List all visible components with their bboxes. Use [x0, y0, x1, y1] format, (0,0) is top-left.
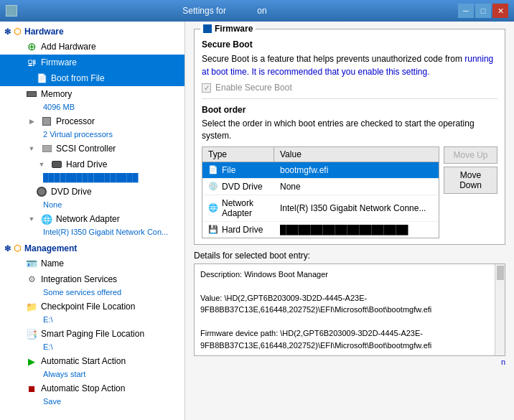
integration-icon: ⚙	[26, 274, 37, 285]
close-button[interactable]: ✕	[492, 4, 508, 18]
expand-hdd-icon: ▼	[36, 159, 47, 170]
memory-icon	[26, 88, 37, 100]
scsi-icon	[41, 143, 52, 154]
move-up-button[interactable]: Move Up	[444, 146, 497, 164]
secure-boot-description: Secure Boot is a feature that helps prev…	[202, 52, 497, 78]
title-bar-text: Settings for on	[20, 6, 458, 16]
sidebar-item-hard-drive[interactable]: ▼ Hard Drive	[0, 157, 184, 172]
paging-label: Smart Paging File Location	[41, 329, 144, 339]
title-bar-controls: ─ □ ✕	[458, 4, 508, 18]
secure-boot-section: Secure Boot Secure Boot is a feature tha…	[202, 39, 497, 93]
name-icon: 🪪	[26, 258, 37, 269]
network-row-value: Intel(R) I350 Gigabit Network Conne...	[274, 200, 439, 216]
sidebar-item-boot-from-file[interactable]: 📄 Boot from File	[0, 70, 184, 86]
scsi-label: SCSI Controller	[56, 144, 116, 154]
boot-order-description: Select the order in which boot entries a…	[202, 118, 497, 142]
file-icon: 📄	[36, 73, 47, 84]
hdd-row-value: █████████████████████	[274, 222, 439, 238]
firmware-group-box: Firmware Secure Boot Secure Boot is a fe…	[194, 29, 505, 245]
memory-size-text: 4096 MB	[0, 102, 184, 113]
name-label: Name	[41, 258, 64, 269]
expand-network-icon: ▼	[26, 213, 37, 225]
add-hardware-label: Add Hardware	[41, 42, 96, 52]
boot-row-dvd[interactable]: 💿 DVD Drive None	[202, 179, 439, 195]
expand-scsi-icon: ▼	[26, 143, 37, 154]
autostart-label: Automatic Start Action	[41, 356, 126, 366]
sidebar-item-autostart[interactable]: ▶ Automatic Start Action	[0, 353, 184, 369]
minimize-button[interactable]: ─	[458, 4, 474, 18]
sidebar-item-add-hardware[interactable]: ⊕ Add Hardware	[0, 39, 184, 55]
move-down-button[interactable]: Move Down	[444, 167, 497, 194]
sidebar-item-memory[interactable]: Memory	[0, 86, 184, 102]
details-content: Description: Windows Boot Manager Value:…	[200, 269, 499, 352]
firmware-small-icon	[203, 24, 212, 33]
title-bar-icon	[6, 5, 17, 17]
dvd-none-text: None	[0, 200, 184, 211]
autostop-label: Automatic Stop Action	[41, 383, 125, 393]
secure-boot-checkbox[interactable]: ✓	[202, 83, 211, 93]
dvd-icon	[36, 186, 47, 197]
integration-label: Integration Services	[41, 274, 117, 284]
sidebar-item-scsi[interactable]: ▼ SCSI Controller	[0, 141, 184, 157]
move-buttons-container: Move Up Move Down	[444, 146, 497, 194]
sidebar-item-integration[interactable]: ⚙ Integration Services	[0, 271, 184, 287]
header-type: Type	[202, 147, 274, 162]
checkpoint-label: Checkpoint File Location	[41, 302, 135, 312]
hardware-icon: ⬡	[14, 27, 21, 37]
checkpoint-icon: 📁	[26, 301, 37, 312]
hardware-expand-icon: ❇	[4, 27, 11, 37]
details-description: Description: Windows Boot Manager	[200, 269, 487, 281]
network-row-icon: 🌐	[208, 203, 218, 213]
boot-row-network[interactable]: 🌐 Network Adapter Intel(R) I350 Gigabit …	[202, 195, 439, 222]
firmware-icon: 🖳	[26, 57, 37, 68]
sidebar-item-paging[interactable]: 📑 Smart Paging File Location	[0, 326, 184, 342]
sidebar-item-name[interactable]: 🪪 Name	[0, 256, 184, 271]
boot-from-file-label: Boot from File	[51, 73, 105, 83]
network-name-text: Intel(R) I350 Gigabit Network Con...	[0, 227, 184, 238]
secure-boot-checkbox-label: Enable Secure Boot	[215, 83, 292, 93]
details-section: Details for selected boot entry: Descrip…	[194, 251, 505, 367]
boot-row-hdd[interactable]: 💾 Hard Drive █████████████████████	[202, 222, 439, 238]
memory-label: Memory	[41, 89, 72, 99]
management-expand-icon: ❇	[4, 244, 11, 253]
autostop-sub-text: Save	[0, 396, 184, 408]
hdd-icon	[51, 159, 62, 170]
processor-icon	[41, 116, 52, 127]
sidebar-item-firmware[interactable]: 🖳 Firmware	[0, 55, 184, 70]
main-container: ❇ ⬡ Hardware ⊕ Add Hardware 🖳 Firmware 📄…	[0, 22, 514, 420]
network-label: Network Adapter	[56, 214, 120, 224]
sidebar-item-processor[interactable]: ▶ Processor	[0, 113, 184, 129]
title-bar: Settings for on ─ □ ✕	[0, 0, 514, 22]
boot-table-area: Type Value 📄 File bootmgfw.efi	[202, 146, 497, 238]
network-icon: 🌐	[41, 213, 52, 225]
file-row-icon: 📄	[208, 165, 218, 174]
header-value: Value	[274, 147, 439, 162]
hardware-section-header[interactable]: ❇ ⬡ Hardware	[0, 24, 184, 39]
hard-drive-name-text: █████████████████	[0, 172, 184, 184]
dvd-row-value: None	[274, 179, 439, 195]
sidebar-item-checkpoint[interactable]: 📁 Checkpoint File Location	[0, 299, 184, 314]
checkpoint-path-text: E:\	[0, 314, 184, 326]
details-scrollbar[interactable]	[495, 264, 505, 356]
right-panel: Firmware Secure Boot Secure Boot is a fe…	[185, 22, 514, 420]
expand-processor-icon: ▶	[26, 116, 37, 127]
autostart-sub-text: Always start	[0, 369, 184, 381]
dvd-label: DVD Drive	[51, 187, 92, 197]
sidebar-item-autostop[interactable]: ⏹ Automatic Stop Action	[0, 381, 184, 396]
sidebar-item-network[interactable]: ▼ 🌐 Network Adapter	[0, 211, 184, 227]
details-box-wrapper: Description: Windows Boot Manager Value:…	[194, 263, 505, 357]
hdd-row-icon: 💾	[208, 225, 218, 234]
enable-secure-boot-row: ✓ Enable Secure Boot	[202, 83, 497, 93]
sidebar-item-dvd[interactable]: DVD Drive	[0, 184, 184, 200]
dvd-row-icon: 💿	[208, 182, 218, 191]
processor-count-text: 2 Virtual processors	[0, 129, 184, 141]
hardware-label: Hardware	[24, 27, 64, 37]
details-link[interactable]: n	[194, 358, 505, 366]
boot-row-file[interactable]: 📄 File bootmgfw.efi	[202, 162, 439, 179]
maximize-button[interactable]: □	[475, 4, 491, 18]
autostart-icon: ▶	[26, 355, 37, 367]
boot-order-title: Boot order	[202, 105, 497, 115]
details-label: Details for selected boot entry:	[194, 251, 505, 261]
integration-sub-text: Some services offered	[0, 287, 184, 299]
management-section-header[interactable]: ❇ ⬡ Management	[0, 241, 184, 256]
